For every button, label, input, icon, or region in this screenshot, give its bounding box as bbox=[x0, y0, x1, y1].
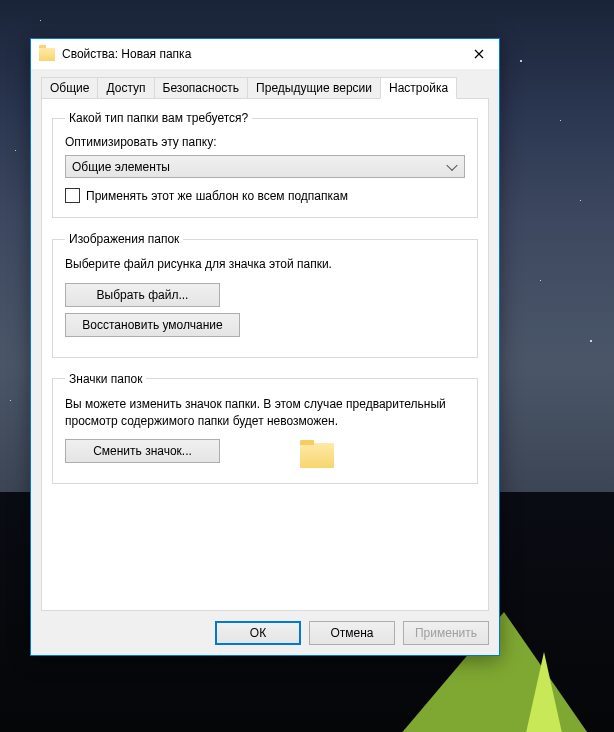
tab-security[interactable]: Безопасность bbox=[154, 77, 249, 99]
tab-panel-customize: Какой тип папки вам требуется? Оптимизир… bbox=[41, 98, 489, 611]
folder-icon bbox=[39, 48, 55, 61]
tab-general[interactable]: Общие bbox=[41, 77, 98, 99]
tab-strip: Общие Доступ Безопасность Предыдущие вер… bbox=[41, 77, 489, 99]
folder-icons-description: Вы можете изменить значок папки. В этом … bbox=[65, 396, 465, 430]
apply-subfolders-label: Применять этот же шаблон ко всем подпапк… bbox=[86, 189, 348, 203]
optimize-label: Оптимизировать эту папку: bbox=[65, 135, 465, 149]
apply-button[interactable]: Применить bbox=[403, 621, 489, 645]
optimize-select[interactable]: Общие элементы bbox=[65, 155, 465, 178]
group-folder-images: Изображения папок Выберите файл рисунка … bbox=[52, 232, 478, 358]
apply-subfolders-row: Применять этот же шаблон ко всем подпапк… bbox=[65, 188, 465, 203]
properties-dialog: Свойства: Новая папка Общие Доступ Безоп… bbox=[30, 38, 500, 656]
group-folder-type: Какой тип папки вам требуется? Оптимизир… bbox=[52, 111, 478, 218]
window-title: Свойства: Новая папка bbox=[62, 47, 459, 61]
choose-file-button[interactable]: Выбрать файл... bbox=[65, 283, 220, 307]
dialog-body: Общие Доступ Безопасность Предыдущие вер… bbox=[31, 69, 499, 655]
dialog-button-row: ОК Отмена Применить bbox=[41, 611, 489, 645]
tab-previous-versions[interactable]: Предыдущие версии bbox=[247, 77, 381, 99]
group-folder-images-legend: Изображения папок bbox=[65, 232, 183, 246]
titlebar: Свойства: Новая папка bbox=[31, 39, 499, 69]
folder-preview-icon bbox=[300, 440, 334, 468]
change-icon-button[interactable]: Сменить значок... bbox=[65, 439, 220, 463]
group-folder-icons-legend: Значки папок bbox=[65, 372, 146, 386]
close-icon bbox=[474, 49, 484, 59]
group-folder-type-legend: Какой тип папки вам требуется? bbox=[65, 111, 252, 125]
cancel-button[interactable]: Отмена bbox=[309, 621, 395, 645]
ok-button[interactable]: ОК bbox=[215, 621, 301, 645]
close-button[interactable] bbox=[459, 39, 499, 69]
tab-sharing[interactable]: Доступ bbox=[97, 77, 154, 99]
optimize-select-value: Общие элементы bbox=[72, 160, 170, 174]
tab-customize[interactable]: Настройка bbox=[380, 77, 457, 99]
group-folder-icons: Значки папок Вы можете изменить значок п… bbox=[52, 372, 478, 485]
folder-images-description: Выберите файл рисунка для значка этой па… bbox=[65, 256, 465, 273]
restore-default-button[interactable]: Восстановить умолчание bbox=[65, 313, 240, 337]
apply-subfolders-checkbox[interactable] bbox=[65, 188, 80, 203]
